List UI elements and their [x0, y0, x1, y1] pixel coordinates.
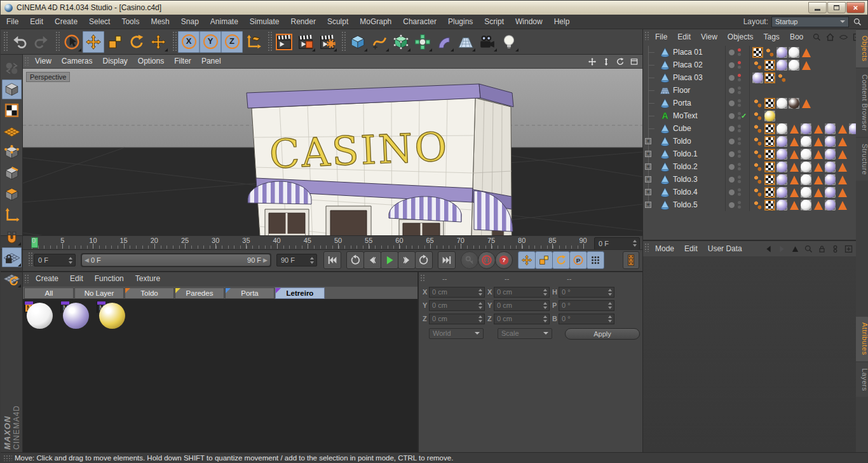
add-subdivision-button[interactable]: [390, 31, 412, 53]
material-tag-icon[interactable]: [825, 136, 836, 147]
phong-tag-icon[interactable]: [752, 123, 763, 134]
coord-field[interactable]: 0 cm: [429, 314, 485, 324]
object-name[interactable]: Toldo.5: [673, 200, 725, 209]
menu-sculpt[interactable]: Sculpt: [322, 15, 354, 29]
selection-tag-icon[interactable]: [838, 163, 847, 172]
phong-tag-icon[interactable]: [752, 162, 763, 172]
autokey-button[interactable]: [478, 251, 496, 269]
rotate-tool-button[interactable]: [126, 31, 147, 53]
range-left-arrow-icon[interactable]: ◀: [85, 257, 89, 263]
object-row[interactable]: Placa 03: [643, 71, 856, 84]
link-icon[interactable]: [831, 244, 840, 254]
menu-select[interactable]: Select: [83, 15, 116, 29]
material-tag-icon[interactable]: [825, 187, 836, 198]
material-tag-icon[interactable]: [801, 200, 811, 211]
add-cube-button[interactable]: [347, 31, 369, 53]
menu-mograph[interactable]: MoGraph: [354, 15, 397, 29]
coord-field[interactable]: 0 cm: [429, 300, 485, 311]
material-tag-icon[interactable]: [776, 149, 787, 160]
rotate-view-icon[interactable]: [616, 57, 625, 66]
menu-help[interactable]: Help: [548, 15, 576, 29]
spinner-arrows[interactable]: [542, 289, 548, 296]
object-name[interactable]: Porta: [673, 99, 725, 107]
spinner-arrows[interactable]: [542, 302, 548, 309]
spinner-arrows[interactable]: [607, 289, 613, 296]
workplane-rotate-button[interactable]: [2, 268, 22, 288]
object-menu-view[interactable]: View: [696, 30, 722, 45]
material-tag-icon[interactable]: [849, 123, 856, 134]
uvw-tag-icon[interactable]: [764, 174, 775, 185]
add-camera-button[interactable]: [477, 31, 498, 53]
layer-tab-letreiro[interactable]: Letreiro: [275, 287, 325, 299]
next-key-button[interactable]: [398, 251, 416, 269]
add-environment-button[interactable]: [455, 31, 477, 53]
record-position-button[interactable]: [518, 251, 536, 269]
apply-button[interactable]: Apply: [565, 328, 640, 340]
spinner-arrows[interactable]: [477, 315, 483, 322]
coord-field[interactable]: 0 cm: [429, 287, 485, 298]
attribute-menu-edit[interactable]: Edit: [679, 242, 703, 256]
add-modeling-button[interactable]: [412, 31, 433, 53]
material-tag-icon[interactable]: [825, 149, 836, 160]
material-tag-icon[interactable]: [801, 123, 811, 134]
editor-visibility-dot[interactable]: [738, 99, 741, 102]
menu-character[interactable]: Character: [397, 15, 442, 29]
uvw-tag-icon[interactable]: [764, 200, 775, 211]
material-thumbnail[interactable]: [97, 301, 98, 313]
selection-tag-icon[interactable]: [790, 137, 799, 146]
menu-edit[interactable]: Edit: [24, 15, 49, 29]
layer-dot[interactable]: [729, 100, 735, 106]
search-icon[interactable]: [812, 32, 822, 42]
uvw-tag-icon[interactable]: [764, 98, 775, 109]
phong-tag-icon[interactable]: [752, 187, 763, 198]
expand-icon[interactable]: +: [645, 138, 651, 144]
polygons-mode-button[interactable]: [2, 184, 22, 204]
layer-tab-no-layer[interactable]: No Layer: [74, 287, 124, 299]
play-backward-button[interactable]: [346, 251, 364, 269]
coord-field[interactable]: 0 cm: [494, 314, 550, 324]
toolbar-grip[interactable]: [55, 31, 60, 52]
material-tag-icon[interactable]: [776, 136, 787, 147]
uvw-tag-icon[interactable]: [764, 73, 775, 83]
material-item[interactable]: Mat.6: [24, 301, 57, 313]
coord-field[interactable]: 0 cm: [494, 300, 550, 311]
object-row[interactable]: +Toldo.2: [643, 160, 856, 173]
uvw-tag-icon[interactable]: [764, 123, 775, 134]
pan-view-icon[interactable]: [588, 57, 597, 66]
add-panel-icon[interactable]: [844, 244, 853, 254]
object-row[interactable]: +Toldo.1: [643, 148, 856, 160]
menu-create[interactable]: Create: [49, 15, 83, 29]
layer-tab-all[interactable]: All: [24, 287, 74, 299]
render-visibility-dot[interactable]: [738, 167, 741, 170]
material-tag-icon[interactable]: [776, 187, 787, 198]
layer-dot[interactable]: [729, 139, 735, 144]
layer-dot[interactable]: [729, 62, 735, 68]
viewport-menu-filter[interactable]: Filter: [169, 55, 196, 68]
object-row[interactable]: Placa 02: [643, 59, 856, 71]
material-tag-icon[interactable]: [776, 47, 787, 58]
editor-visibility-dot[interactable]: [738, 74, 741, 77]
prev-key-button[interactable]: [363, 251, 381, 269]
phong-tag-icon[interactable]: [752, 200, 763, 211]
selection-tag-icon[interactable]: [838, 201, 847, 210]
uvw-tag-icon[interactable]: [764, 60, 775, 71]
record-scale-button[interactable]: [535, 251, 553, 269]
uvw-tag-icon[interactable]: [752, 47, 763, 58]
selection-tag-icon[interactable]: [790, 201, 799, 210]
editor-visibility-dot[interactable]: [738, 150, 741, 153]
selection-tag-icon[interactable]: [802, 61, 811, 70]
selection-tag-icon[interactable]: [790, 163, 799, 172]
titlebar[interactable]: CINEMA 4D R14.034 Studio - [Casino.c4d] …: [1, 1, 867, 15]
scale-dropdown[interactable]: Scale: [498, 328, 552, 339]
object-menu-tags[interactable]: Tags: [759, 30, 785, 45]
editor-visibility-dot[interactable]: [738, 48, 741, 52]
points-mode-button[interactable]: [2, 142, 22, 162]
material-tag-icon[interactable]: [776, 200, 787, 211]
object-row[interactable]: +Toldo.3: [643, 173, 856, 186]
home-icon[interactable]: [825, 32, 835, 42]
axis-y-button[interactable]: Y: [200, 31, 221, 53]
material-menu-edit[interactable]: Edit: [64, 272, 89, 286]
editor-visibility-dot[interactable]: [738, 163, 741, 166]
selection-tag-icon[interactable]: [814, 150, 823, 159]
material-tag-icon[interactable]: [789, 47, 799, 58]
